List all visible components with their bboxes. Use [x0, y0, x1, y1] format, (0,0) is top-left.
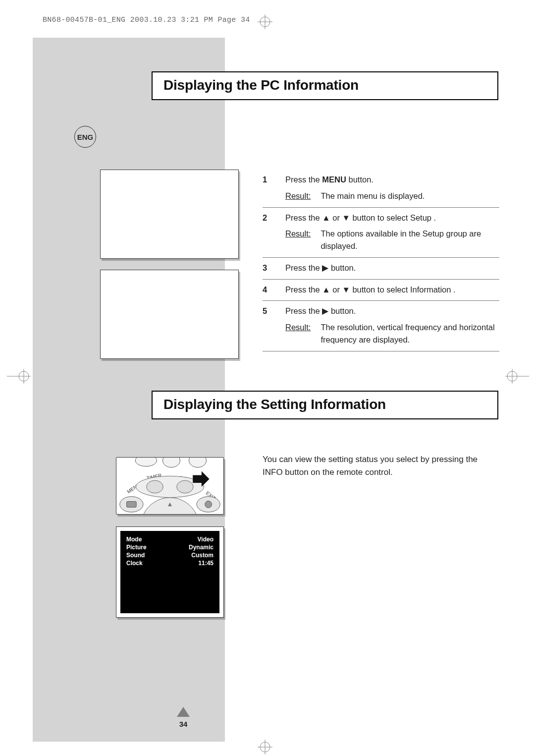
result-label: Result: [285, 321, 311, 346]
text: or [330, 285, 342, 294]
svg-point-21 [147, 480, 163, 493]
osd-row: PictureDynamic [126, 544, 214, 551]
menu-name: Information [410, 285, 451, 294]
remote-illustration-icon: MENU TIMER INFO EXIT [116, 458, 223, 514]
step-body: Press the MENU button. Result: The main … [285, 174, 499, 202]
menu-name: Setup [410, 213, 431, 222]
text: or [330, 213, 342, 222]
osd-key: Clock [126, 560, 143, 567]
right-arrow-icon: ▶ [322, 306, 328, 315]
osd-row: SoundCustom [126, 552, 214, 559]
step-row: 1 Press the MENU button. Result: The mai… [263, 170, 499, 208]
text: Press the [285, 306, 322, 315]
step-number: 4 [263, 284, 272, 296]
section-title-1-text: Displaying the PC Information [163, 77, 486, 93]
step-row: 5 Press the ▶ button. Result: The resolu… [263, 301, 499, 351]
svg-point-22 [177, 480, 193, 493]
osd-val: Custom [191, 552, 214, 559]
up-arrow-icon: ▲ [322, 213, 330, 222]
step-number: 3 [263, 262, 272, 274]
result-text: The resolution, vertical frequency and h… [321, 321, 499, 346]
page-triangle-icon [177, 707, 190, 717]
text: button to select [350, 285, 410, 294]
figure-remote: MENU TIMER INFO EXIT [116, 457, 224, 515]
osd-val: 11:45 [198, 560, 214, 567]
osd-row: Clock11:45 [126, 560, 214, 567]
up-arrow-icon: ▲ [322, 285, 330, 294]
result-text: The options available in the Setup group… [321, 228, 499, 252]
result-text: The main menu is displayed. [321, 190, 425, 202]
result-label: Result: [285, 228, 311, 252]
step-row: 4 Press the ▲ or ▼ button to select Info… [263, 280, 499, 301]
osd-val: Video [198, 536, 214, 543]
text: . [431, 213, 436, 222]
osd-panel: ModeVideo PictureDynamic SoundCustom Clo… [120, 531, 219, 613]
text: Press the [285, 175, 322, 184]
regmark-top-icon [258, 14, 272, 29]
figure-osd: ModeVideo PictureDynamic SoundCustom Clo… [116, 526, 224, 618]
page-number: 34 [173, 720, 193, 728]
step-body: Press the ▶ button. [285, 262, 499, 274]
text: button. [346, 175, 374, 184]
text: button. [328, 263, 356, 272]
step-row: 3 Press the ▶ button. [263, 258, 499, 280]
regmark-left-icon [7, 369, 31, 384]
osd-row: ModeVideo [126, 536, 214, 543]
svg-rect-24 [127, 501, 137, 507]
figure-placeholder-1 [100, 170, 239, 259]
osd-key: Picture [126, 544, 147, 551]
result-label: Result: [285, 190, 311, 202]
step-body: Press the ▲ or ▼ button to select Setup … [285, 212, 499, 252]
regmark-bottom-icon [258, 740, 272, 755]
text: button. [328, 306, 356, 315]
text: Press the [285, 285, 322, 294]
down-arrow-icon: ▼ [342, 285, 350, 294]
section-title-1: Displaying the PC Information [152, 71, 498, 100]
imprint-line: BN68-00457B-01_ENG 2003.10.23 3:21 PM Pa… [43, 16, 250, 24]
osd-key: Sound [126, 552, 145, 559]
osd-key: Mode [126, 536, 142, 543]
figure-placeholder-2 [100, 270, 239, 359]
page-content: Displaying the PC Information ENG 1 Pres… [33, 38, 505, 742]
text: . [451, 285, 455, 294]
step-number: 5 [263, 305, 272, 346]
down-arrow-icon: ▼ [342, 213, 350, 222]
text: button to select [350, 213, 410, 222]
page-sheet: BN68-00457B-01_ENG 2003.10.23 3:21 PM Pa… [0, 0, 535, 756]
step-number: 2 [263, 212, 272, 252]
setting-info-paragraph: You can view the setting status you sele… [263, 453, 499, 478]
regmark-right-icon [505, 369, 529, 384]
osd-val: Dynamic [189, 544, 214, 551]
section-title-2-text: Displaying the Setting Information [163, 397, 486, 412]
step-number: 1 [263, 174, 272, 202]
step-body: Press the ▶ button. Result: The resoluti… [285, 305, 499, 346]
text: Press the [285, 263, 322, 272]
text: Press the [285, 213, 322, 222]
steps-list: 1 Press the MENU button. Result: The mai… [263, 170, 499, 351]
menu-bold: MENU [322, 175, 346, 184]
section-title-2: Displaying the Setting Information [152, 391, 498, 419]
right-arrow-icon: ▶ [322, 263, 328, 272]
svg-point-26 [205, 501, 212, 508]
step-row: 2 Press the ▲ or ▼ button to select Setu… [263, 208, 499, 258]
language-badge: ENG [74, 126, 96, 148]
step-body: Press the ▲ or ▼ button to select Inform… [285, 284, 499, 296]
